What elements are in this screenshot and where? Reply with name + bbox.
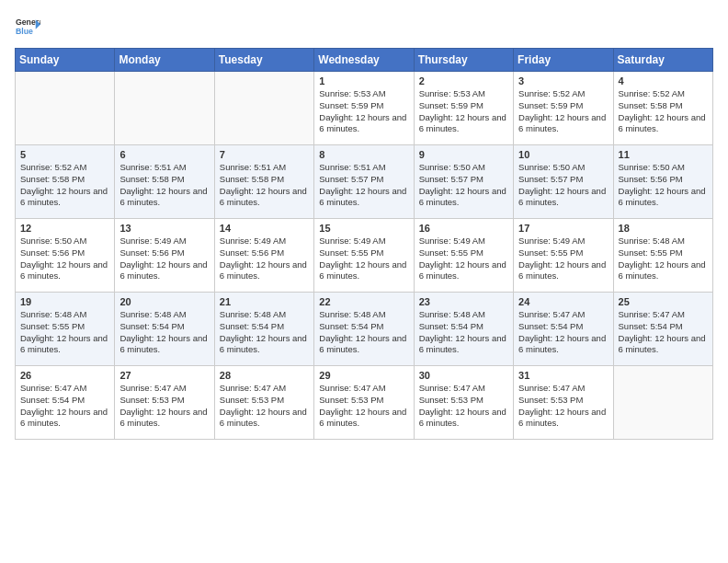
- day-info: Sunrise: 5:51 AM Sunset: 5:58 PM Dayligh…: [220, 162, 309, 209]
- weekday-header-sunday: Sunday: [16, 49, 115, 72]
- day-info: Sunrise: 5:48 AM Sunset: 5:54 PM Dayligh…: [319, 309, 408, 356]
- calendar-cell: 13Sunrise: 5:49 AM Sunset: 5:56 PM Dayli…: [115, 219, 214, 293]
- calendar-week-row: 26Sunrise: 5:47 AM Sunset: 5:54 PM Dayli…: [16, 366, 713, 440]
- weekday-header-saturday: Saturday: [613, 49, 712, 72]
- day-info: Sunrise: 5:47 AM Sunset: 5:53 PM Dayligh…: [220, 383, 309, 430]
- day-number: 19: [20, 296, 109, 307]
- day-info: Sunrise: 5:47 AM Sunset: 5:54 PM Dayligh…: [20, 383, 109, 430]
- day-number: 11: [619, 149, 708, 160]
- calendar-cell: 20Sunrise: 5:48 AM Sunset: 5:54 PM Dayli…: [115, 293, 214, 366]
- day-info: Sunrise: 5:48 AM Sunset: 5:55 PM Dayligh…: [619, 236, 708, 282]
- day-number: 6: [119, 149, 209, 160]
- day-number: 29: [319, 370, 408, 381]
- calendar-cell: 14Sunrise: 5:49 AM Sunset: 5:56 PM Dayli…: [214, 219, 313, 293]
- calendar-cell: 22Sunrise: 5:48 AM Sunset: 5:54 PM Dayli…: [314, 293, 414, 366]
- page-header: General Blue: [15, 15, 713, 40]
- day-info: Sunrise: 5:52 AM Sunset: 5:58 PM Dayligh…: [20, 162, 109, 209]
- calendar-cell: 11Sunrise: 5:50 AM Sunset: 5:56 PM Dayli…: [613, 145, 712, 219]
- day-number: 28: [220, 370, 309, 381]
- day-number: 26: [20, 370, 109, 381]
- day-info: Sunrise: 5:50 AM Sunset: 5:57 PM Dayligh…: [518, 162, 608, 209]
- calendar-cell: 2Sunrise: 5:53 AM Sunset: 5:59 PM Daylig…: [414, 72, 513, 145]
- day-info: Sunrise: 5:48 AM Sunset: 5:54 PM Dayligh…: [220, 309, 309, 356]
- calendar-cell: 23Sunrise: 5:48 AM Sunset: 5:54 PM Dayli…: [414, 293, 513, 366]
- day-info: Sunrise: 5:50 AM Sunset: 5:56 PM Dayligh…: [20, 236, 109, 282]
- calendar-cell: [115, 72, 214, 145]
- calendar-cell: 6Sunrise: 5:51 AM Sunset: 5:58 PM Daylig…: [115, 145, 214, 219]
- day-number: 14: [220, 223, 309, 234]
- day-number: 2: [419, 75, 508, 86]
- weekday-header-monday: Monday: [115, 49, 214, 72]
- logo-icon: General Blue: [15, 15, 40, 40]
- day-number: 31: [518, 370, 608, 381]
- day-number: 1: [319, 75, 408, 86]
- calendar-cell: 21Sunrise: 5:48 AM Sunset: 5:54 PM Dayli…: [214, 293, 313, 366]
- calendar-table: SundayMondayTuesdayWednesdayThursdayFrid…: [15, 48, 713, 440]
- day-number: 4: [619, 75, 708, 86]
- day-info: Sunrise: 5:47 AM Sunset: 5:53 PM Dayligh…: [518, 383, 608, 430]
- calendar-cell: 28Sunrise: 5:47 AM Sunset: 5:53 PM Dayli…: [214, 366, 313, 440]
- calendar-week-row: 1Sunrise: 5:53 AM Sunset: 5:59 PM Daylig…: [16, 72, 713, 145]
- weekday-header-row: SundayMondayTuesdayWednesdayThursdayFrid…: [16, 49, 713, 72]
- weekday-header-friday: Friday: [514, 49, 613, 72]
- day-info: Sunrise: 5:49 AM Sunset: 5:56 PM Dayligh…: [119, 236, 209, 282]
- day-number: 12: [20, 223, 109, 234]
- day-info: Sunrise: 5:47 AM Sunset: 5:53 PM Dayligh…: [319, 383, 408, 430]
- day-info: Sunrise: 5:49 AM Sunset: 5:55 PM Dayligh…: [419, 236, 508, 282]
- day-number: 25: [619, 296, 708, 307]
- calendar-cell: 27Sunrise: 5:47 AM Sunset: 5:53 PM Dayli…: [115, 366, 214, 440]
- day-info: Sunrise: 5:52 AM Sunset: 5:59 PM Dayligh…: [518, 88, 608, 135]
- day-number: 10: [518, 149, 608, 160]
- svg-text:Blue: Blue: [16, 27, 33, 36]
- logo: General Blue: [15, 15, 40, 40]
- day-info: Sunrise: 5:53 AM Sunset: 5:59 PM Dayligh…: [319, 88, 408, 135]
- day-number: 23: [419, 296, 508, 307]
- calendar-cell: 18Sunrise: 5:48 AM Sunset: 5:55 PM Dayli…: [613, 219, 712, 293]
- day-number: 13: [119, 223, 209, 234]
- day-number: 17: [518, 223, 608, 234]
- day-number: 3: [518, 75, 608, 86]
- calendar-week-row: 5Sunrise: 5:52 AM Sunset: 5:58 PM Daylig…: [16, 145, 713, 219]
- calendar-cell: 29Sunrise: 5:47 AM Sunset: 5:53 PM Dayli…: [314, 366, 414, 440]
- calendar-cell: 3Sunrise: 5:52 AM Sunset: 5:59 PM Daylig…: [514, 72, 613, 145]
- day-number: 22: [319, 296, 408, 307]
- day-info: Sunrise: 5:47 AM Sunset: 5:53 PM Dayligh…: [119, 383, 209, 430]
- calendar-cell: 1Sunrise: 5:53 AM Sunset: 5:59 PM Daylig…: [314, 72, 414, 145]
- day-number: 15: [319, 223, 408, 234]
- calendar-cell: 7Sunrise: 5:51 AM Sunset: 5:58 PM Daylig…: [214, 145, 313, 219]
- weekday-header-tuesday: Tuesday: [214, 49, 313, 72]
- day-info: Sunrise: 5:47 AM Sunset: 5:53 PM Dayligh…: [419, 383, 508, 430]
- day-number: 18: [619, 223, 708, 234]
- day-info: Sunrise: 5:50 AM Sunset: 5:56 PM Dayligh…: [619, 162, 708, 209]
- day-info: Sunrise: 5:48 AM Sunset: 5:54 PM Dayligh…: [119, 309, 209, 356]
- day-number: 9: [419, 149, 508, 160]
- day-number: 27: [119, 370, 209, 381]
- day-number: 7: [220, 149, 309, 160]
- day-number: 8: [319, 149, 408, 160]
- day-info: Sunrise: 5:47 AM Sunset: 5:54 PM Dayligh…: [619, 309, 708, 356]
- calendar-week-row: 19Sunrise: 5:48 AM Sunset: 5:55 PM Dayli…: [16, 293, 713, 366]
- day-info: Sunrise: 5:49 AM Sunset: 5:56 PM Dayligh…: [220, 236, 309, 282]
- day-number: 5: [20, 149, 109, 160]
- calendar-cell: 12Sunrise: 5:50 AM Sunset: 5:56 PM Dayli…: [16, 219, 115, 293]
- day-info: Sunrise: 5:49 AM Sunset: 5:55 PM Dayligh…: [319, 236, 408, 282]
- day-info: Sunrise: 5:48 AM Sunset: 5:55 PM Dayligh…: [20, 309, 109, 356]
- calendar-cell: 5Sunrise: 5:52 AM Sunset: 5:58 PM Daylig…: [16, 145, 115, 219]
- calendar-cell: 25Sunrise: 5:47 AM Sunset: 5:54 PM Dayli…: [613, 293, 712, 366]
- day-number: 30: [419, 370, 508, 381]
- calendar-week-row: 12Sunrise: 5:50 AM Sunset: 5:56 PM Dayli…: [16, 219, 713, 293]
- day-info: Sunrise: 5:51 AM Sunset: 5:58 PM Dayligh…: [119, 162, 209, 209]
- day-number: 16: [419, 223, 508, 234]
- weekday-header-wednesday: Wednesday: [314, 49, 414, 72]
- calendar-cell: [16, 72, 115, 145]
- calendar-cell: 15Sunrise: 5:49 AM Sunset: 5:55 PM Dayli…: [314, 219, 414, 293]
- day-number: 20: [119, 296, 209, 307]
- calendar-cell: 4Sunrise: 5:52 AM Sunset: 5:58 PM Daylig…: [613, 72, 712, 145]
- calendar-cell: 31Sunrise: 5:47 AM Sunset: 5:53 PM Dayli…: [514, 366, 613, 440]
- calendar-cell: 9Sunrise: 5:50 AM Sunset: 5:57 PM Daylig…: [414, 145, 513, 219]
- calendar-cell: 16Sunrise: 5:49 AM Sunset: 5:55 PM Dayli…: [414, 219, 513, 293]
- day-info: Sunrise: 5:51 AM Sunset: 5:57 PM Dayligh…: [319, 162, 408, 209]
- calendar-cell: 24Sunrise: 5:47 AM Sunset: 5:54 PM Dayli…: [514, 293, 613, 366]
- day-info: Sunrise: 5:48 AM Sunset: 5:54 PM Dayligh…: [419, 309, 508, 356]
- weekday-header-thursday: Thursday: [414, 49, 513, 72]
